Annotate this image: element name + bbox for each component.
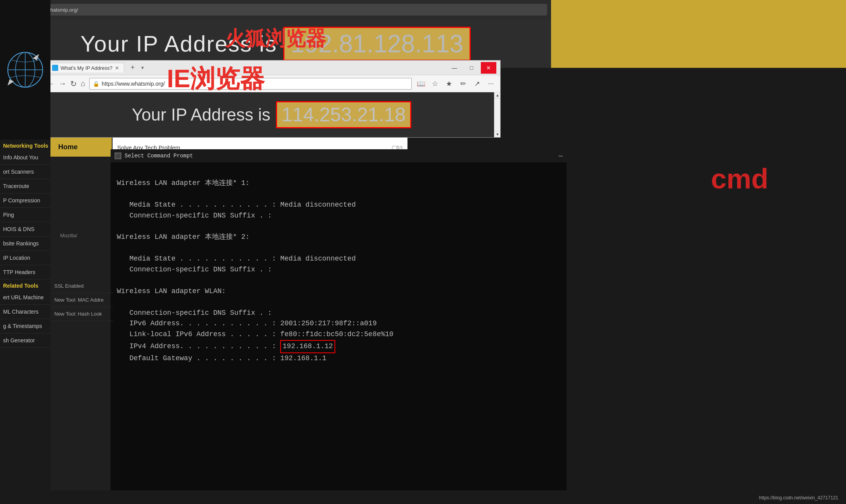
- ie-titlebar: 🌐 What's My IP Address? ✕ + ▾ — □ ✕: [43, 60, 500, 75]
- ie-toolbar-icons: 📖 ☆ ★ ✏ ↗ ···: [416, 78, 496, 89]
- ie-tab-down[interactable]: ▾: [141, 65, 144, 71]
- cmd-line-4: Connection-specific DNS Suffix . :: [117, 212, 272, 219]
- ie-browser: 🌐 What's My IP Address? ✕ + ▾ — □ ✕ ← → …: [43, 60, 501, 138]
- ie-toolbar: ← → ↻ ⌂ 🔒 https://www.whatsmip.org/ 📖 ☆ …: [43, 75, 500, 92]
- cmd-line-3: Media State . . . . . . . . . . . : Medi…: [117, 201, 356, 209]
- ie-minimize-btn[interactable]: —: [447, 62, 462, 74]
- sidebar-item-ping[interactable]: Ping: [0, 208, 50, 222]
- firefox-urlbar[interactable]: https://www.whatsmip.org/: [16, 4, 547, 16]
- cmd-ipv4-highlight: 192.168.1.12: [280, 340, 335, 353]
- ie-home-btn[interactable]: ⌂: [81, 79, 85, 88]
- ie-pinned-icon[interactable]: ★: [444, 78, 454, 89]
- cmd-line-9: Connection-specific DNS Suffix . :: [117, 266, 272, 273]
- cmd-line-16: IPv4 Address. . . . . . . . . . . : 192.…: [117, 342, 335, 350]
- firefox-browser: 🦊 https://www.whatsmip.org/ Your IP Addr…: [0, 0, 551, 68]
- cmd-line-1: Wireless LAN adapter 本地连接* 1:: [117, 179, 250, 187]
- ie-forward-btn[interactable]: →: [59, 79, 66, 88]
- sidebar-item-urlmachine[interactable]: ert URL Machine: [0, 290, 50, 305]
- ie-content: Your IP Address is 114.253.21.18 ▲ ▼: [43, 92, 500, 137]
- cmd-line-15: Link-local IPv6 Address . . . . . : fe80…: [117, 330, 394, 338]
- ie-scroll-down[interactable]: ▼: [494, 131, 500, 137]
- cmd-close-btn[interactable]: —: [558, 152, 563, 160]
- mozilla-text: Mozilla/: [60, 233, 77, 238]
- sidebar-item-iplocation[interactable]: IP Location: [0, 251, 50, 265]
- sidebar-item-generator[interactable]: sh Generator: [0, 333, 50, 348]
- sidebar: Networking Tools Info About You ort Scan…: [0, 0, 50, 504]
- sidebar-item-traceroute[interactable]: Traceroute: [0, 179, 50, 193]
- sidebar-item-httpheaders[interactable]: TTP Headers: [0, 265, 50, 280]
- sidebar-section-networking: Networking Tools: [0, 140, 50, 150]
- ie-win-controls: — □ ✕: [447, 62, 496, 74]
- ie-ip-value: 114.253.21.18: [276, 101, 412, 128]
- wip-items: SSL Enabled New Tool: MAC Addre New Tool…: [51, 279, 113, 321]
- globe-icon: [6, 50, 45, 89]
- ie-more-icon[interactable]: ···: [485, 78, 496, 89]
- bottom-bar: https://blog.csdn.net/weixin_42717121: [0, 492, 846, 504]
- sidebar-item-timestamps[interactable]: g & Timestamps: [0, 319, 50, 333]
- ssl-item: SSL Enabled: [51, 279, 113, 293]
- ie-add-tab[interactable]: +: [127, 62, 138, 73]
- ie-ip-label: Your IP Address is: [132, 105, 270, 124]
- ie-tab[interactable]: 🌐 What's My IP Address? ✕: [47, 63, 124, 72]
- ie-fav-icon[interactable]: ☆: [430, 78, 440, 89]
- ie-share-icon[interactable]: ↗: [472, 78, 482, 89]
- sidebar-item-infoaboutyou[interactable]: Info About You: [0, 150, 50, 165]
- cmd-line-11: Wireless LAN adapter WLAN:: [117, 287, 226, 295]
- right-yellow-bar: [551, 0, 846, 68]
- cmd-content: Wireless LAN adapter 本地连接* 1: Media Stat…: [111, 162, 567, 390]
- sidebar-item-whois[interactable]: HOIS & DNS: [0, 222, 50, 236]
- sidebar-item-portscanners[interactable]: ort Scanners: [0, 165, 50, 179]
- cmd-line-8: Media State . . . . . . . . . . . : Medi…: [117, 255, 356, 262]
- ie-tab-favicon: 🌐: [52, 65, 58, 71]
- cmd-line-14: IPv6 Address. . . . . . . . . . . : 2001…: [117, 319, 377, 327]
- cmd-titlebar: ⬛ Select Command Prompt —: [111, 149, 567, 162]
- cmd-line-13: Connection-specific DNS Suffix . :: [117, 309, 272, 317]
- cmd-line-6: Wireless LAN adapter 本地连接* 2:: [117, 233, 250, 241]
- ie-url-bar[interactable]: 🔒 https://www.whatsmip.org/: [89, 78, 412, 90]
- tool2-item: New Tool: Hash Look: [51, 307, 113, 321]
- ie-tab-close[interactable]: ✕: [115, 65, 119, 71]
- cmd-label: cmd: [711, 163, 768, 195]
- cmd-window: ⬛ Select Command Prompt — Wireless LAN a…: [111, 149, 567, 490]
- sidebar-item-compression[interactable]: P Compression: [0, 193, 50, 208]
- ie-edit-icon[interactable]: ✏: [458, 78, 468, 89]
- ff-ip-value: 192.81.128.113: [283, 27, 471, 61]
- ie-scroll-up[interactable]: ▲: [494, 92, 500, 98]
- whatsmyip-home-btn[interactable]: Home: [50, 138, 112, 157]
- ie-reader-icon[interactable]: 📖: [416, 78, 426, 89]
- ie-ip-display: Your IP Address is 114.253.21.18: [132, 101, 412, 128]
- ie-scrollbar[interactable]: ▲ ▼: [494, 92, 500, 137]
- ie-lock-icon: 🔒: [93, 81, 99, 87]
- sidebar-globe: [0, 0, 50, 140]
- ie-refresh-btn[interactable]: ↻: [70, 79, 77, 88]
- ff-ip-label: Your IP Address is: [80, 31, 277, 57]
- bottom-url: https://blog.csdn.net/weixin_42717121: [759, 495, 838, 501]
- sidebar-section-related: Related Tools: [0, 280, 50, 290]
- firefox-header: 🦊 https://www.whatsmip.org/: [0, 0, 551, 19]
- sidebar-item-htmlchars[interactable]: ML Characters: [0, 305, 50, 319]
- ie-url-text: https://www.whatsmip.org/: [102, 81, 165, 87]
- ie-tab-title: What's My IP Address?: [61, 65, 113, 71]
- ie-close-btn[interactable]: ✕: [481, 62, 496, 74]
- tool1-item: New Tool: MAC Addre: [51, 293, 113, 307]
- ie-maximize-btn[interactable]: □: [464, 62, 479, 74]
- cmd-title-text: Select Command Prompt: [125, 153, 555, 159]
- cmd-line-17: Default Gateway . . . . . . . . . : 192.…: [117, 354, 326, 362]
- cmd-icon: ⬛: [114, 152, 121, 159]
- sidebar-item-rankings[interactable]: bsite Rankings: [0, 236, 50, 251]
